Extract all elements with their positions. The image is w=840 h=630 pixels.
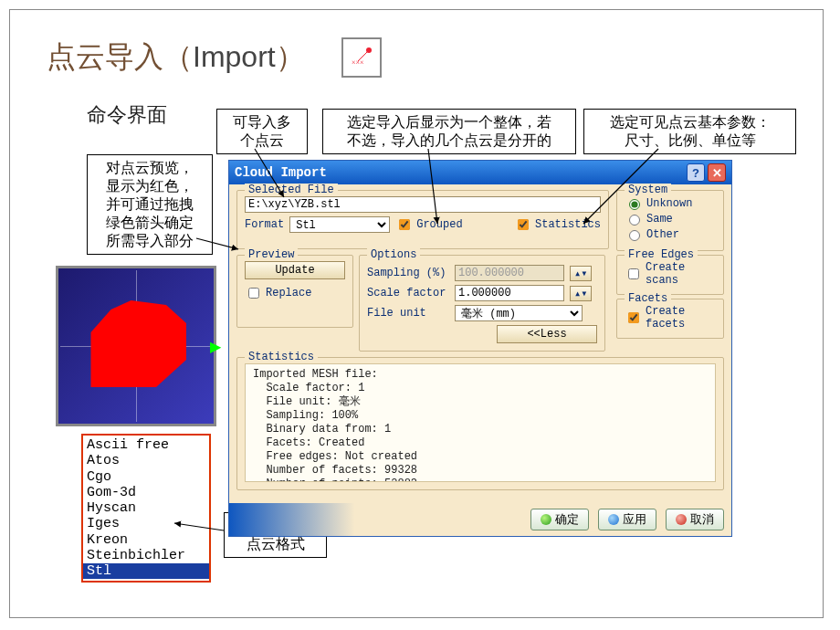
statistics-text: Imported MESH file: Scale factor: 1 File… [245,363,716,482]
cancel-icon [676,514,687,525]
format-combo[interactable]: Stl [289,216,390,233]
dialog-titlebar[interactable]: Cloud Import ? ✕ [229,161,731,184]
list-item[interactable]: Hyscan [87,500,205,516]
title-cn: 点云导入 [47,40,163,73]
list-item[interactable]: Kreon [87,532,205,548]
import-icon: ××× [341,37,382,78]
list-item-selected[interactable]: Stl [83,563,209,579]
group-free-edges: Free Edges [625,248,698,261]
list-item[interactable]: Steinbichler [87,548,205,563]
list-item[interactable]: Gom-3d [87,485,205,500]
format-list[interactable]: Ascii free Atos Cgo Gom-3d Hyscan Iges K… [81,434,211,583]
less-button[interactable]: <<Less [497,325,597,343]
subtitle: 命令界面 [87,101,167,129]
group-statistics: Statistics [245,351,318,363]
drag-arrow-icon: ▶ [210,338,221,355]
group-system: System [625,184,671,196]
slide: 点云导入（Import） ××× 命令界面 可导入多个点云 选定导入后显示为一个… [9,9,824,618]
sampling-spinner[interactable]: ▴▾ [570,266,592,281]
group-options: Options [367,248,420,261]
radio-unknown[interactable]: Unknown [625,196,716,210]
list-item[interactable]: Ascii free [87,437,205,453]
dialog-button-strip: 确定 应用 取消 [229,503,731,536]
group-facets: Facets [625,292,671,305]
list-item[interactable]: Cgo [87,469,205,485]
statistics-checkbox[interactable]: Statistics [514,216,601,233]
list-item[interactable]: Iges [87,516,205,531]
preview-thumbnail: ▶ [56,266,216,426]
group-selected-file: Selected File [245,184,338,196]
svg-text:×××: ××× [352,58,364,67]
unit-label: File unit [367,307,449,320]
ok-button[interactable]: 确定 [530,509,589,530]
callout-stats: 选定可见点云基本参数：尺寸、比例、单位等 [583,109,796,154]
close-button[interactable]: ✕ [708,163,726,182]
update-button[interactable]: Update [245,261,345,279]
radio-same[interactable]: Same [625,212,716,226]
help-button[interactable]: ? [687,163,705,182]
group-preview: Preview [245,248,298,261]
title-en: Import [193,40,276,73]
ok-icon [541,514,551,525]
callout-preview: 对点云预览，显示为红色，并可通过拖拽绿色箭头确定所需导入部分 [87,154,213,255]
list-item[interactable]: Atos [87,453,205,468]
callout-grouped: 选定导入后显示为一个整体，若不选，导入的几个点云是分开的 [322,109,576,154]
create-scans-checkbox[interactable]: Create scans [625,261,716,287]
dialog-title: Cloud Import [235,165,327,180]
unit-combo[interactable]: 毫米 (mm) [455,305,583,321]
scale-label: Scale factor [367,287,449,299]
grouped-checkbox[interactable]: Grouped [395,216,462,233]
scale-input[interactable] [455,285,564,301]
page-title: 点云导入（Import） ××× [47,37,382,78]
cancel-button[interactable]: 取消 [666,509,724,530]
format-label: Format [245,218,284,231]
selected-file-input[interactable] [245,196,601,213]
scale-spinner[interactable]: ▴▾ [570,286,592,301]
apply-icon [608,514,619,525]
callout-multi: 可导入多个点云 [216,109,308,154]
dialog-cloud-import: Cloud Import ? ✕ Selected File Format St… [228,160,732,537]
create-facets-checkbox[interactable]: Create facets [625,305,716,331]
apply-button[interactable]: 应用 [598,509,656,530]
sampling-input [455,265,564,281]
sampling-label: Sampling (%) [367,267,449,279]
replace-checkbox[interactable]: Replace [245,285,311,301]
radio-other[interactable]: Other [625,227,716,241]
